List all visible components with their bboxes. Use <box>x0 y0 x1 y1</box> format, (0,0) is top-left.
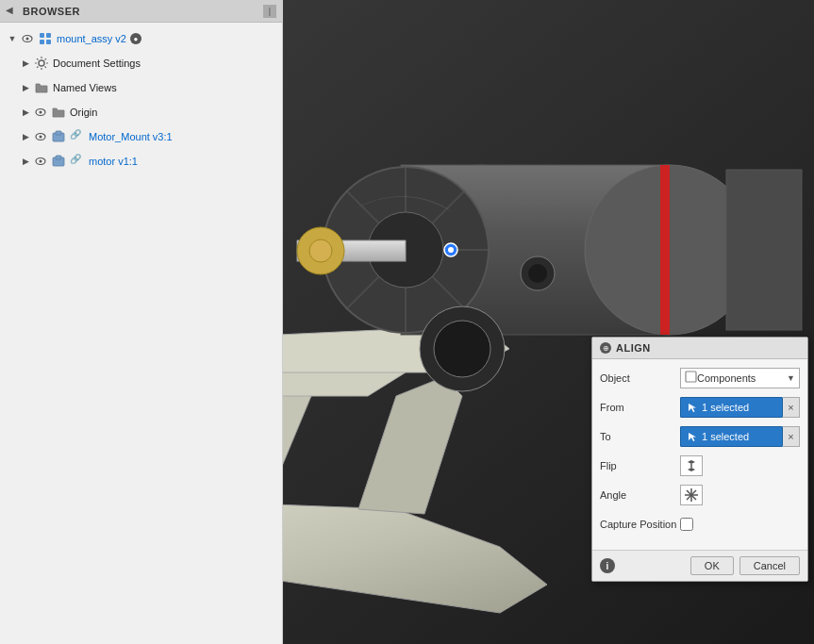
folder-icon <box>51 105 66 120</box>
tree-item-named-views[interactable]: ▶ Named Views <box>0 75 282 100</box>
angle-row: Angle <box>600 484 800 506</box>
from-control: 1 selected × <box>680 397 800 418</box>
svg-point-23 <box>434 321 490 377</box>
tree-item-motor[interactable]: ▶ 🔗 motor v1:1 <box>0 149 282 173</box>
to-selected-text: 1 selected <box>702 431 749 442</box>
svg-point-36 <box>40 136 42 139</box>
assembly-icon <box>38 31 53 46</box>
from-label: From <box>600 402 680 413</box>
object-label: Object <box>600 372 680 384</box>
angle-label: Angle <box>600 489 680 501</box>
cancel-button[interactable]: Cancel <box>739 556 800 575</box>
eye-icon[interactable] <box>34 130 47 143</box>
expand-icon[interactable]: ▶ <box>19 155 32 168</box>
flip-row: Flip <box>600 454 800 477</box>
to-clear-btn[interactable]: × <box>783 426 800 447</box>
svg-rect-10 <box>726 170 802 330</box>
flip-control <box>680 455 800 476</box>
active-indicator: ● <box>130 33 141 44</box>
object-row: Object Components ▼ <box>600 367 800 389</box>
tree-item-mount-assy[interactable]: ▼ mount_assy v2 ● <box>0 26 282 51</box>
tree-item-doc-settings[interactable]: ▶ Document Settings <box>0 51 282 75</box>
browser-header: ◀ BROWSER | <box>0 0 282 23</box>
angle-control <box>680 485 800 505</box>
svg-rect-28 <box>40 33 44 38</box>
object-control: Components ▼ <box>680 368 800 388</box>
dialog-body: Object Components ▼ From 1 sel <box>592 359 807 550</box>
dialog-header: ⊕ ALIGN <box>592 338 807 359</box>
cursor-icon <box>687 431 698 442</box>
to-selected-btn[interactable]: 1 selected <box>680 426 783 447</box>
tree-item-label: Motor_Mount v3:1 <box>89 131 173 142</box>
svg-point-19 <box>309 239 332 262</box>
eye-icon[interactable] <box>21 32 34 45</box>
expand-icon[interactable]: ▶ <box>19 106 32 119</box>
dropdown-arrow-icon: ▼ <box>787 373 795 383</box>
svg-rect-31 <box>46 40 51 44</box>
back-arrow-icon[interactable]: ◀ <box>6 5 19 18</box>
svg-rect-30 <box>40 40 44 44</box>
from-selected-text: 1 selected <box>702 402 749 413</box>
object-dropdown-value: Components <box>697 372 787 384</box>
component-square-icon <box>685 371 697 386</box>
svg-rect-42 <box>56 156 61 159</box>
angle-btn[interactable] <box>680 485 703 505</box>
svg-point-21 <box>448 247 454 253</box>
align-dialog-icon: ⊕ <box>600 342 611 354</box>
svg-point-40 <box>40 160 42 163</box>
link-icon: 🔗 <box>70 129 85 144</box>
flip-label: Flip <box>600 460 680 471</box>
component-icon <box>51 129 66 144</box>
svg-point-25 <box>528 264 547 283</box>
align-dialog: ⊕ ALIGN Object Components ▼ From <box>591 337 808 582</box>
from-selected-btn[interactable]: 1 selected <box>680 397 783 418</box>
info-label: i <box>606 561 609 571</box>
svg-rect-29 <box>46 33 51 38</box>
svg-rect-38 <box>56 131 61 135</box>
folder-icon <box>34 80 49 95</box>
tree-item-origin[interactable]: ▶ Origin <box>0 100 282 124</box>
tree-item-label: motor v1:1 <box>89 156 138 167</box>
info-icon[interactable]: i <box>600 558 615 573</box>
expand-icon[interactable]: ▼ <box>6 32 19 45</box>
gear-icon <box>34 56 49 71</box>
svg-rect-43 <box>686 372 696 382</box>
capture-position-control <box>680 518 800 531</box>
svg-point-34 <box>40 111 42 114</box>
component-icon <box>51 154 66 169</box>
from-row: From 1 selected × <box>600 396 800 419</box>
capture-position-row: Capture Position <box>600 513 800 536</box>
capture-position-checkbox[interactable] <box>680 518 693 531</box>
expand-icon[interactable]: ▶ <box>19 57 32 70</box>
svg-rect-9 <box>660 165 670 335</box>
eye-icon[interactable] <box>34 106 47 119</box>
to-label: To <box>600 431 680 442</box>
dialog-title: ALIGN <box>616 342 651 354</box>
tree-item-motor-mount[interactable]: ▶ 🔗 Motor_Mount v3:1 <box>0 124 282 149</box>
browser-pin-btn[interactable]: | <box>263 5 276 18</box>
tree-item-label: Document Settings <box>53 58 141 69</box>
cursor-icon <box>687 402 698 413</box>
eye-icon[interactable] <box>34 155 47 168</box>
browser-controls: | <box>263 5 276 18</box>
tree-item-label: Named Views <box>53 82 117 93</box>
from-clear-btn[interactable]: × <box>783 397 800 418</box>
svg-point-27 <box>26 38 29 41</box>
to-row: To 1 selected × <box>600 425 800 448</box>
expand-icon[interactable]: ▶ <box>19 130 32 143</box>
tree-container: ▼ mount_assy v2 ● ▶ Document Settings ▶ <box>0 23 282 177</box>
tree-item-label: Origin <box>70 107 97 118</box>
object-dropdown[interactable]: Components ▼ <box>680 368 800 388</box>
tree-item-label: mount_assy v2 <box>57 33 126 44</box>
expand-icon[interactable]: ▶ <box>19 81 32 94</box>
browser-title: BROWSER <box>23 6 263 17</box>
svg-point-32 <box>39 60 44 66</box>
to-control: 1 selected × <box>680 426 800 447</box>
capture-position-label: Capture Position <box>600 519 680 530</box>
link-icon: 🔗 <box>70 154 85 169</box>
browser-panel: ◀ BROWSER | ▼ mount_assy v2 ● ▶ Document… <box>0 0 283 644</box>
dialog-footer: i OK Cancel <box>592 550 807 581</box>
flip-btn[interactable] <box>680 455 703 476</box>
ok-button[interactable]: OK <box>690 556 734 575</box>
